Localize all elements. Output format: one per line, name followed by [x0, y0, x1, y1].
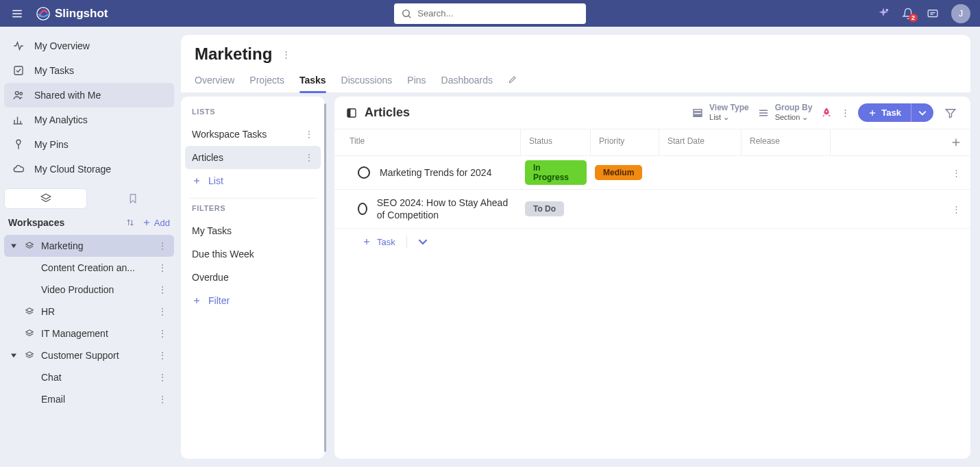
workspace-child-video-production[interactable]: Video Production ⋮ [4, 279, 174, 301]
add-column-button[interactable] [831, 129, 970, 155]
nav-my-pins[interactable]: My Pins [4, 132, 174, 157]
workspace-more-button[interactable]: ⋮ [158, 328, 167, 339]
sparkle-button[interactable] [877, 8, 890, 20]
workspace-child-chat[interactable]: Chat ⋮ [4, 366, 174, 388]
workspace-more-button[interactable]: ⋮ [158, 240, 167, 251]
col-start-date[interactable]: Start Date [659, 129, 742, 155]
rocket-button[interactable] [820, 107, 833, 119]
users-icon [12, 89, 25, 101]
search-input[interactable] [417, 8, 579, 18]
nav-shared-with-me[interactable]: Shared with Me [4, 83, 174, 108]
col-title[interactable]: Title [334, 129, 521, 155]
priority-chip[interactable]: Medium [595, 165, 642, 180]
svg-marker-18 [41, 194, 51, 199]
notifications-button[interactable]: 2 [902, 8, 914, 20]
add-workspace-button[interactable]: Add [142, 218, 170, 228]
svg-point-6 [886, 9, 887, 10]
workspace-child-label: Video Production [41, 284, 114, 295]
view-type-selector[interactable]: View TypeList ⌄ [691, 103, 749, 121]
workspace-hr[interactable]: ▸ HR ⋮ [4, 301, 174, 323]
tab-discussions[interactable]: Discussions [341, 75, 393, 92]
workspace-more-button[interactable]: ⋮ [158, 284, 167, 295]
page-more-button[interactable]: ⋮ [282, 49, 291, 60]
list-view-icon [691, 107, 704, 119]
task-title: Marketing Trends for 2024 [380, 167, 491, 178]
workspace-customer-support[interactable]: Customer Support ⋮ [4, 344, 174, 366]
row-more-button[interactable]: ⋮ [942, 204, 970, 214]
task-row[interactable]: SEO 2024: How to Stay Ahead of Competiti… [334, 190, 970, 229]
workspace-more-button[interactable]: ⋮ [158, 306, 167, 317]
workspace-marketing[interactable]: Marketing ⋮ [4, 235, 174, 257]
list-articles[interactable]: Articles ⋮ [185, 146, 321, 169]
brand-logo[interactable]: Slingshot [36, 6, 108, 21]
add-task-inline-button[interactable]: Task [362, 237, 395, 247]
add-task-dropdown[interactable] [418, 237, 428, 247]
svg-marker-24 [26, 330, 34, 334]
chat-button[interactable] [927, 8, 939, 20]
bookmark-icon [127, 192, 139, 205]
svg-marker-26 [26, 352, 34, 356]
svg-marker-25 [11, 354, 16, 358]
filter-due-this-week[interactable]: Due this Week [185, 242, 321, 266]
row-more-button[interactable]: ⋮ [942, 168, 970, 178]
workspace-more-button[interactable]: ⋮ [158, 350, 167, 361]
search-box[interactable] [394, 3, 586, 24]
nav-my-cloud-storage[interactable]: My Cloud Storage [4, 157, 174, 181]
panel-collapse-icon[interactable] [345, 107, 358, 119]
tab-overview[interactable]: Overview [195, 75, 234, 92]
filter-overdue[interactable]: Overdue [185, 266, 321, 289]
add-workspace-label: Add [154, 218, 170, 228]
list-workspace-tasks[interactable]: Workspace Tasks ⋮ [185, 123, 321, 146]
task-row[interactable]: Marketing Trends for 2024 In Progress Me… [334, 156, 970, 190]
status-chip[interactable]: To Do [525, 201, 564, 216]
nav-my-tasks[interactable]: My Tasks [4, 58, 174, 83]
plus-icon [868, 108, 877, 118]
nav-my-overview[interactable]: My Overview [4, 34, 174, 58]
tab-pins[interactable]: Pins [407, 75, 426, 92]
workspace-toggle-bookmark[interactable] [91, 188, 174, 209]
group-by-selector[interactable]: Group BySection ⌄ [757, 103, 813, 121]
filter-my-tasks[interactable]: My Tasks [185, 219, 321, 242]
new-task-button[interactable]: Task [858, 103, 933, 122]
filter-label: Overdue [192, 272, 229, 283]
nav-label: My Tasks [34, 65, 74, 76]
col-priority[interactable]: Priority [591, 129, 659, 155]
workspace-child-email[interactable]: Email ⋮ [4, 388, 174, 410]
svg-marker-21 [11, 244, 16, 249]
col-release[interactable]: Release [742, 129, 831, 155]
add-filter-label: Filter [208, 295, 230, 306]
task-complete-toggle[interactable] [358, 203, 367, 215]
new-task-dropdown[interactable] [911, 103, 933, 122]
col-status[interactable]: Status [521, 129, 591, 155]
tab-tasks[interactable]: Tasks [299, 75, 326, 92]
task-complete-toggle[interactable] [358, 166, 370, 179]
sidebar: My Overview My Tasks Shared with Me My A… [0, 27, 178, 467]
tab-projects[interactable]: Projects [249, 75, 284, 92]
workspace-more-button[interactable]: ⋮ [158, 372, 167, 383]
nav-label: My Pins [34, 139, 69, 150]
list-title-text: Articles [365, 105, 410, 120]
menu-toggle-button[interactable] [10, 6, 25, 21]
filter-button[interactable] [942, 104, 959, 122]
avatar[interactable]: J [951, 4, 970, 23]
workspace-more-button[interactable]: ⋮ [158, 394, 167, 405]
add-list-button[interactable]: List [185, 169, 321, 192]
status-chip[interactable]: In Progress [525, 160, 587, 185]
chat-icon [927, 8, 939, 20]
add-filter-button[interactable]: Filter [185, 289, 321, 312]
edit-tabs-button[interactable] [508, 75, 517, 92]
sort-workspaces-button[interactable] [125, 218, 135, 227]
list-label: Articles [192, 152, 223, 163]
list-more-button[interactable]: ⋮ [304, 129, 314, 140]
tasks-more-button[interactable]: ⋮ [841, 108, 850, 118]
workspace-child-content-creation[interactable]: Content Creation an... ⋮ [4, 257, 174, 279]
tab-dashboards[interactable]: Dashboards [441, 75, 493, 92]
nav-my-analytics[interactable]: My Analytics [4, 108, 174, 132]
new-task-label: Task [881, 108, 901, 118]
workspace-toggle-stack[interactable] [4, 188, 87, 209]
workspace-more-button[interactable]: ⋮ [158, 262, 167, 273]
workspace-it-management[interactable]: ▸ IT Management ⋮ [4, 323, 174, 344]
list-more-button[interactable]: ⋮ [304, 152, 314, 163]
filters-heading: FILTERS [185, 204, 321, 219]
layers-icon [25, 329, 34, 338]
